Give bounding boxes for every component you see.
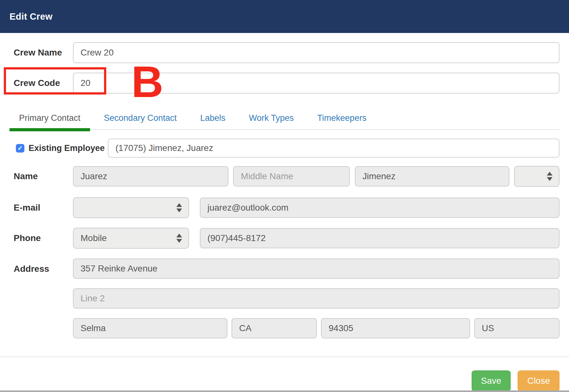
phone-type-select[interactable]: Mobile bbox=[73, 228, 189, 249]
existing-employee-label: Existing Employee bbox=[29, 143, 105, 153]
tab-secondary-contact[interactable]: Secondary Contact bbox=[95, 108, 186, 131]
crew-name-input[interactable] bbox=[73, 42, 559, 63]
tab-work-types[interactable]: Work Types bbox=[239, 108, 304, 131]
tab-bar: Primary Contact Secondary Contact Labels… bbox=[10, 108, 559, 130]
address-line1-input[interactable] bbox=[73, 258, 559, 279]
existing-employee-row: ✓ Existing Employee bbox=[10, 139, 559, 158]
email-label: E-mail bbox=[10, 203, 73, 213]
address-line2-input[interactable] bbox=[73, 288, 559, 309]
last-name-input[interactable] bbox=[355, 166, 509, 186]
footer-divider bbox=[0, 356, 569, 357]
zip-input[interactable] bbox=[321, 318, 470, 338]
crew-code-input[interactable] bbox=[73, 73, 559, 94]
page-bottom-edge bbox=[0, 390, 569, 392]
address-row: Address bbox=[10, 258, 559, 338]
phone-type-value: Mobile bbox=[81, 233, 107, 243]
close-button[interactable]: Close bbox=[518, 370, 559, 391]
middle-name-input[interactable] bbox=[233, 166, 350, 186]
existing-employee-checkbox[interactable]: ✓ bbox=[16, 144, 24, 153]
address-label: Address bbox=[10, 258, 73, 279]
modal-header: Edit Crew bbox=[0, 0, 569, 33]
email-row: E-mail bbox=[10, 197, 559, 218]
country-input[interactable] bbox=[474, 318, 559, 338]
select-arrows-icon bbox=[176, 203, 182, 212]
phone-input[interactable] bbox=[200, 228, 559, 248]
tab-primary-contact[interactable]: Primary Contact bbox=[10, 108, 90, 131]
page-title: Edit Crew bbox=[10, 11, 53, 22]
name-suffix-select[interactable] bbox=[514, 166, 559, 187]
checkmark-icon: ✓ bbox=[17, 145, 23, 151]
name-row: Name bbox=[10, 166, 559, 187]
city-input[interactable] bbox=[73, 318, 227, 338]
email-type-select[interactable] bbox=[73, 197, 189, 218]
phone-row: Phone Mobile bbox=[10, 228, 559, 249]
select-arrows-icon bbox=[547, 172, 553, 181]
email-input[interactable] bbox=[200, 198, 559, 218]
crew-name-row: Crew Name bbox=[10, 42, 559, 63]
employee-search-input[interactable] bbox=[108, 139, 559, 158]
phone-label: Phone bbox=[10, 233, 73, 243]
tab-labels[interactable]: Labels bbox=[191, 108, 235, 131]
footer: Save Close bbox=[0, 370, 569, 391]
name-label: Name bbox=[10, 171, 73, 181]
crew-name-label: Crew Name bbox=[10, 48, 73, 58]
save-button[interactable]: Save bbox=[472, 370, 511, 391]
select-arrows-icon bbox=[176, 234, 182, 243]
first-name-input[interactable] bbox=[73, 166, 228, 186]
crew-code-label: Crew Code bbox=[10, 78, 73, 88]
tab-timekeepers[interactable]: Timekeepers bbox=[308, 108, 376, 131]
crew-code-row: Crew Code bbox=[10, 73, 559, 94]
state-input[interactable] bbox=[232, 318, 317, 338]
